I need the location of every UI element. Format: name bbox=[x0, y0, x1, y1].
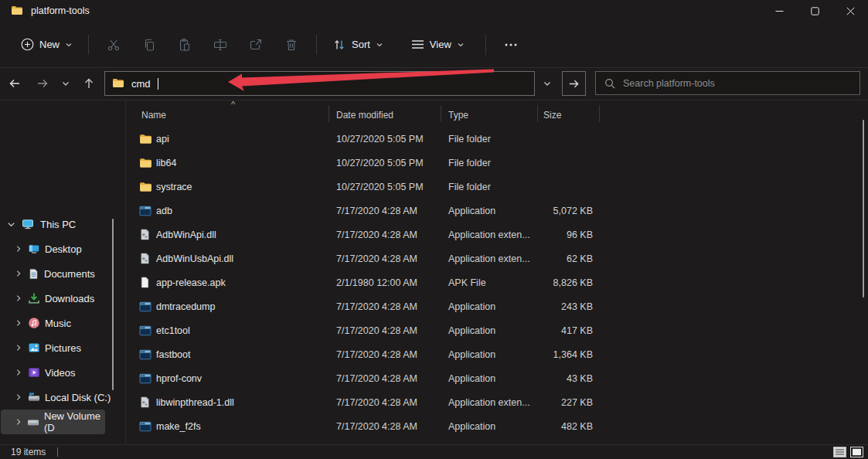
go-to-button[interactable] bbox=[562, 71, 586, 96]
file-name: etc1tool bbox=[156, 325, 190, 336]
file-date-modified: 10/27/2020 5:05 PM bbox=[336, 158, 424, 168]
title-bar: platform-tools bbox=[0, 0, 868, 22]
file-date-modified: 7/17/2020 4:28 AM bbox=[336, 230, 417, 240]
file-type: Application exten... bbox=[448, 397, 530, 408]
file-date-modified: 2/1/1980 12:00 AM bbox=[336, 277, 417, 288]
file-row[interactable]: systrace10/27/2020 5:05 PMFile folder bbox=[126, 175, 868, 199]
forward-button[interactable] bbox=[31, 72, 54, 95]
window-title: platform-tools bbox=[31, 5, 90, 16]
share-button[interactable] bbox=[238, 30, 274, 60]
file-name: lib64 bbox=[156, 158, 176, 168]
sort-button-label: Sort bbox=[352, 39, 370, 50]
videos-icon bbox=[28, 366, 40, 379]
chevron-right-icon[interactable] bbox=[13, 418, 24, 426]
file-size: 227 KB bbox=[534, 397, 593, 408]
close-button[interactable] bbox=[832, 0, 868, 22]
file-date-modified: 7/17/2020 4:28 AM bbox=[336, 421, 417, 432]
paste-icon bbox=[178, 38, 192, 52]
sidebar-item-this-pc[interactable]: This PC bbox=[0, 212, 125, 236]
dll-icon bbox=[139, 253, 151, 264]
column-header-type[interactable]: Type bbox=[448, 110, 468, 121]
new-button-label: New bbox=[39, 39, 60, 50]
folder-icon bbox=[112, 77, 124, 90]
address-input-text[interactable]: cmd bbox=[131, 78, 151, 90]
file-date-modified: 7/17/2020 4:28 AM bbox=[336, 349, 417, 360]
sort-arrows-icon bbox=[332, 38, 346, 52]
file-row[interactable]: adb7/17/2020 4:28 AMApplication5,072 KB bbox=[126, 199, 868, 223]
chevron-down-icon[interactable] bbox=[5, 220, 17, 229]
file-row[interactable]: libwinpthread-1.dll7/17/2020 4:28 AMAppl… bbox=[126, 391, 868, 415]
sidebar-item-local-disk-c[interactable]: Local Disk (C:) bbox=[0, 385, 125, 410]
file-row[interactable]: lib6410/27/2020 5:05 PMFile folder bbox=[126, 151, 868, 175]
minimize-button[interactable] bbox=[761, 0, 797, 22]
more-options-button[interactable] bbox=[493, 30, 529, 60]
chevron-right-icon[interactable] bbox=[12, 369, 25, 376]
address-dropdown-chevron[interactable] bbox=[536, 71, 559, 96]
chevron-right-icon[interactable] bbox=[12, 344, 25, 352]
chevron-right-icon[interactable] bbox=[12, 294, 25, 302]
command-toolbar: New Sort View bbox=[0, 22, 868, 67]
recent-locations-chevron[interactable] bbox=[54, 72, 77, 95]
cut-button[interactable] bbox=[96, 30, 131, 60]
address-bar[interactable]: cmd bbox=[104, 71, 535, 96]
chevron-right-icon[interactable] bbox=[12, 393, 25, 401]
details-view-toggle[interactable] bbox=[832, 446, 847, 458]
search-box bbox=[595, 71, 860, 95]
file-row[interactable]: dmtracedump7/17/2020 4:28 AMApplication2… bbox=[126, 295, 868, 319]
rename-button[interactable] bbox=[203, 30, 238, 60]
file-type: APK File bbox=[448, 277, 486, 288]
file-date-modified: 7/17/2020 4:28 AM bbox=[336, 253, 417, 264]
file-size: 62 KB bbox=[534, 253, 593, 264]
back-button[interactable] bbox=[3, 72, 26, 95]
file-type: Application exten... bbox=[448, 230, 530, 240]
file-row[interactable]: AdbWinApi.dll7/17/2020 4:28 AMApplicatio… bbox=[126, 223, 868, 247]
sidebar-item-pictures[interactable]: Pictures bbox=[0, 335, 125, 360]
file-name: dmtracedump bbox=[156, 301, 215, 312]
file-row[interactable]: AdbWinUsbApi.dll7/17/2020 4:28 AMApplica… bbox=[126, 247, 868, 271]
cut-icon bbox=[107, 38, 121, 52]
column-separator[interactable] bbox=[599, 105, 600, 122]
file-row[interactable]: make_f2fs7/17/2020 4:28 AMApplication482… bbox=[126, 415, 868, 439]
column-separator[interactable] bbox=[537, 105, 538, 122]
text-caret bbox=[158, 78, 158, 90]
application-icon bbox=[139, 325, 151, 337]
column-header-date-modified[interactable]: Date modified bbox=[336, 110, 393, 121]
file-row[interactable]: api10/27/2020 5:05 PMFile folder bbox=[126, 128, 868, 151]
file-type: Application bbox=[448, 349, 495, 360]
thumbnail-view-toggle[interactable] bbox=[849, 446, 864, 458]
sort-button[interactable]: Sort bbox=[324, 30, 392, 60]
file-row[interactable]: app-release.apk2/1/1980 12:00 AMAPK File… bbox=[126, 271, 868, 295]
file-list-pane: Name ^ Date modified Type Size api10/27/… bbox=[126, 100, 868, 444]
sidebar-scrollbar[interactable] bbox=[112, 219, 114, 390]
column-separator[interactable] bbox=[441, 105, 441, 122]
sidebar-item-label: This PC bbox=[40, 219, 76, 230]
maximize-button[interactable] bbox=[797, 0, 832, 22]
status-bar: 19 items bbox=[0, 444, 868, 459]
sidebar-item-videos[interactable]: Videos bbox=[0, 360, 125, 385]
sidebar-item-music[interactable]: Music bbox=[0, 311, 125, 335]
paste-button[interactable] bbox=[167, 30, 203, 60]
sidebar-item-new-volume-d[interactable]: New Volume (D bbox=[1, 410, 105, 434]
delete-button[interactable] bbox=[274, 30, 309, 60]
new-button[interactable]: New bbox=[12, 30, 81, 60]
dll-icon bbox=[139, 229, 151, 240]
search-input[interactable] bbox=[623, 78, 851, 89]
chevron-right-icon[interactable] bbox=[12, 319, 25, 327]
copy-button[interactable] bbox=[131, 30, 167, 60]
file-name: app-release.apk bbox=[156, 277, 226, 288]
sidebar-item-documents[interactable]: Documents bbox=[0, 261, 125, 286]
chevron-right-icon[interactable] bbox=[12, 270, 25, 277]
column-header-name[interactable]: Name bbox=[141, 110, 166, 121]
sidebar-item-downloads[interactable]: Downloads bbox=[0, 286, 125, 311]
sidebar-item-desktop[interactable]: Desktop bbox=[0, 236, 125, 261]
chevron-right-icon[interactable] bbox=[12, 245, 25, 253]
file-row[interactable]: hprof-conv7/17/2020 4:28 AMApplication43… bbox=[126, 367, 868, 391]
file-list-scrollbar[interactable] bbox=[863, 120, 864, 298]
view-button[interactable]: View bbox=[403, 30, 473, 60]
column-separator[interactable] bbox=[328, 105, 329, 122]
file-name: adb bbox=[156, 206, 172, 216]
file-row[interactable]: etc1tool7/17/2020 4:28 AMApplication417 … bbox=[126, 319, 868, 343]
up-button[interactable] bbox=[77, 72, 100, 95]
file-row[interactable]: fastboot7/17/2020 4:28 AMApplication1,36… bbox=[126, 343, 868, 367]
column-header-size[interactable]: Size bbox=[543, 110, 561, 121]
